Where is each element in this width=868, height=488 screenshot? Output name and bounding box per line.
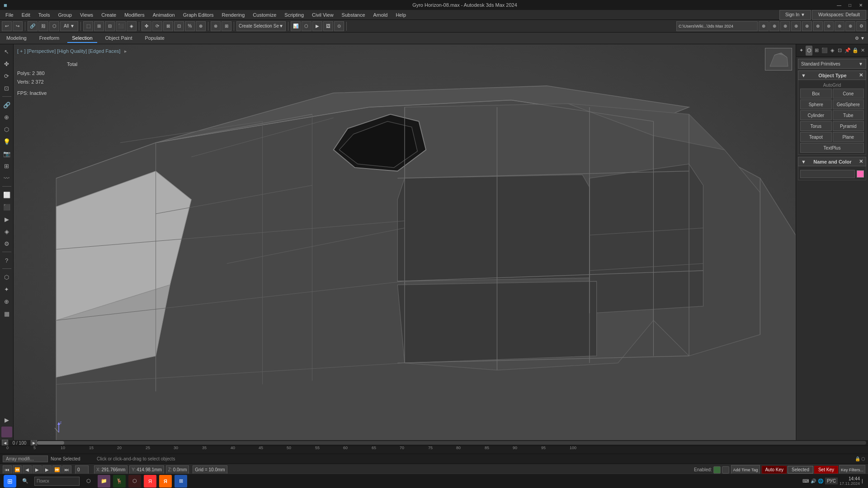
lt-helpers[interactable]: ⊞: [1, 160, 12, 171]
lt-layer[interactable]: ▦: [1, 308, 12, 319]
lt-lights[interactable]: 💡: [1, 136, 12, 147]
snap-toggle[interactable]: ⊕: [196, 21, 206, 31]
lt-snaps[interactable]: ✦: [1, 284, 12, 295]
mode-freeform[interactable]: Freeform: [35, 34, 64, 43]
mode-modeling[interactable]: Modeling: [2, 34, 31, 43]
h-scroll-track[interactable]: [37, 441, 866, 445]
redo-button[interactable]: ↪: [13, 21, 23, 31]
lt-hierarchy[interactable]: ⬛: [1, 202, 12, 212]
color-swatch[interactable]: [857, 170, 864, 178]
create-selection-dropdown[interactable]: Create Selection Se▼: [236, 21, 286, 31]
menu-scripting[interactable]: Scripting: [281, 11, 307, 19]
btn-cone[interactable]: Cone: [833, 89, 864, 99]
btn-play[interactable]: ▶: [33, 465, 42, 474]
taskbar-deer[interactable]: 🦌: [113, 475, 126, 488]
menu-civil-view[interactable]: Civil View: [308, 11, 337, 19]
btn-go-end[interactable]: ⏭: [62, 465, 71, 474]
toggle-right-1[interactable]: ⊕: [802, 21, 812, 31]
lt-spacewarp[interactable]: 〰: [1, 173, 12, 183]
scale-type[interactable]: ⊡: [174, 21, 184, 31]
lt-rotate[interactable]: ⟳: [1, 70, 12, 81]
lt-motion[interactable]: ▶: [1, 214, 12, 225]
graph-editors-btn[interactable]: 📊: [291, 21, 301, 31]
select-filter[interactable]: All ▼: [60, 21, 78, 31]
menu-edit[interactable]: Edit: [18, 11, 34, 19]
rp-modify-icon[interactable]: ⬡: [806, 46, 812, 56]
select-paint[interactable]: ⬛: [116, 21, 126, 31]
render-active[interactable]: ⊙: [334, 21, 344, 31]
menu-views[interactable]: Views: [76, 11, 97, 19]
toggle-left-4[interactable]: ⊕: [791, 21, 801, 31]
lt-xref[interactable]: ⊕: [1, 296, 12, 307]
mode-object-paint[interactable]: Object Paint: [101, 34, 137, 43]
taskbar-app3[interactable]: Я: [159, 475, 172, 488]
search-box[interactable]: Поиск: [34, 477, 80, 486]
menu-substance[interactable]: Substance: [338, 11, 369, 19]
smart-select[interactable]: ◈: [127, 21, 137, 31]
auto-key-button[interactable]: Auto Key: [762, 466, 787, 474]
sign-in-button[interactable]: Sign In ▼: [779, 10, 811, 20]
rp-motion-icon[interactable]: ⬛: [821, 46, 828, 56]
rp-lock-icon[interactable]: 🔒: [852, 46, 859, 56]
lt-camera[interactable]: 📷: [1, 148, 12, 159]
object-name-input[interactable]: [800, 170, 855, 178]
taskview-button[interactable]: ⬡: [82, 475, 95, 488]
menu-group[interactable]: Group: [54, 11, 75, 19]
rotate-button[interactable]: ⟳: [152, 21, 162, 31]
mode-selection[interactable]: Selection: [67, 34, 97, 43]
toggle-left-1[interactable]: ⊕: [759, 21, 769, 31]
lt-display[interactable]: ◈: [1, 226, 12, 237]
render-setup[interactable]: ⬡: [302, 21, 311, 31]
btn-plane[interactable]: Plane: [833, 132, 864, 142]
lt-move[interactable]: ✤: [1, 58, 12, 69]
taskbar-app4[interactable]: ⊞: [175, 475, 187, 488]
enabled-toggle2[interactable]: [722, 466, 729, 474]
taskbar-app1[interactable]: ⬡: [128, 475, 141, 488]
mode-options[interactable]: ⚙ ▼: [854, 33, 866, 43]
primitives-dropdown[interactable]: Standard Primitives ▼: [798, 59, 866, 69]
btn-sphere[interactable]: Sphere: [800, 99, 832, 109]
select-button[interactable]: ⬚: [83, 21, 93, 31]
tl-left-btn[interactable]: ◀: [2, 440, 8, 446]
modifier-label[interactable]: Array modifi...: [3, 455, 48, 462]
rp-utilities-icon[interactable]: ⊡: [836, 46, 843, 56]
object-type-header[interactable]: ▼ Object Type ✕: [798, 70, 866, 80]
settings-button[interactable]: ⚙: [856, 21, 866, 31]
lt-material[interactable]: ⬡: [1, 272, 12, 282]
btn-cylinder[interactable]: Cylinder: [800, 110, 832, 120]
toggle-right-4[interactable]: ⊕: [835, 21, 844, 31]
btn-prev-key[interactable]: ⏪: [13, 465, 22, 474]
menu-modifiers[interactable]: Modifiers: [121, 11, 148, 19]
mode-populate[interactable]: Populate: [140, 34, 169, 43]
align-button[interactable]: ⊞: [222, 21, 231, 31]
file-path-display[interactable]: C:\Users\Wiki...\3ds Max 2024: [676, 21, 758, 31]
name-color-header[interactable]: ▼ Name and Color ✕: [798, 157, 866, 166]
render-frame[interactable]: 🖼: [323, 21, 333, 31]
toggle-left-3[interactable]: ⊕: [780, 21, 790, 31]
h-scroll-thumb[interactable]: [37, 441, 64, 445]
rp-display-icon[interactable]: ◈: [829, 46, 835, 56]
lt-shapes[interactable]: ⬡: [1, 124, 12, 135]
menu-create[interactable]: Create: [98, 11, 120, 19]
taskbar-app2[interactable]: Я: [144, 475, 156, 488]
toggle-right-3[interactable]: ⊕: [824, 21, 834, 31]
h-scroll[interactable]: ◀ 0 / 100 ▶: [0, 440, 868, 446]
viewport[interactable]: [ + ] [Perspective] [High Quality] [Edge…: [14, 44, 796, 440]
render-btn[interactable]: ▶: [312, 21, 322, 31]
current-frame-input[interactable]: 0: [75, 465, 89, 474]
btn-geosphere[interactable]: GeoSphere: [833, 99, 864, 109]
scale-button[interactable]: ⊠: [163, 21, 173, 31]
set-key-button[interactable]: Set Key: [814, 466, 838, 474]
menu-tools[interactable]: Tools: [35, 11, 54, 19]
btn-teapot[interactable]: Teapot: [800, 132, 832, 142]
selected-badge[interactable]: Selected: [788, 466, 813, 474]
menu-graph-editors[interactable]: Graph Editors: [179, 11, 217, 19]
rp-hierarchy-icon[interactable]: ⊞: [813, 46, 820, 56]
lt-expand[interactable]: ▶: [1, 414, 12, 425]
unlink-button[interactable]: ⛓: [38, 21, 48, 31]
undo-button[interactable]: ↩: [2, 21, 12, 31]
search-button[interactable]: 🔍: [19, 475, 32, 488]
btn-tube[interactable]: Tube: [833, 110, 864, 120]
menu-file[interactable]: File: [2, 11, 17, 19]
toggle-right-5[interactable]: ⊕: [845, 21, 855, 31]
